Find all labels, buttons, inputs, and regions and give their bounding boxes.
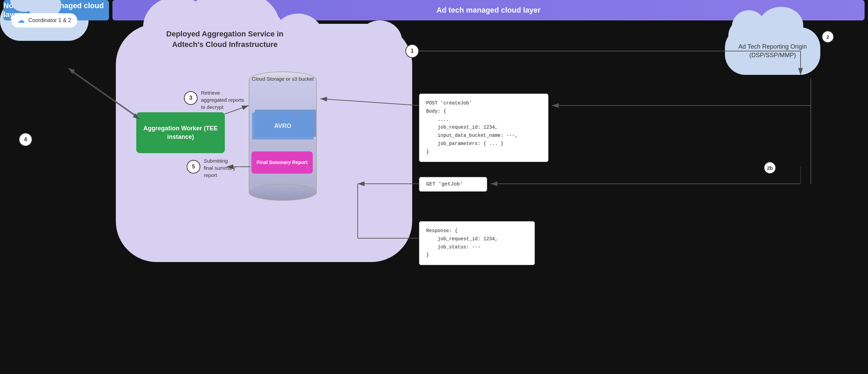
summary-label: Final Summary Report	[257, 159, 307, 165]
step-5-label: Submittingfinal summaryreport	[204, 157, 255, 179]
step-3-circle: 3	[184, 91, 198, 105]
cloud-icon: ☁	[17, 16, 25, 25]
step-3-label: Retrieveaggregated reportsto decrypt	[201, 89, 255, 111]
response-code-box: Response: { job_request_id: 1234, job_st…	[419, 221, 535, 265]
storage-label: Cloud Storage or s3 bucket	[249, 71, 317, 82]
coordinator-label: ☁ Coordinator 1 & 2	[11, 13, 77, 28]
worker-label: Aggregation Worker (TEE instance)	[136, 124, 225, 141]
step-2-circle: 2	[822, 31, 834, 43]
avro-box: AVRO	[252, 112, 313, 140]
aggregation-worker-box: Aggregation Worker (TEE instance)	[136, 112, 225, 153]
step-4-circle: 4	[19, 133, 32, 146]
summary-report-box: Final Summary Report	[251, 151, 313, 174]
step-1-circle: 1	[405, 44, 419, 58]
cylinder-bottom	[249, 184, 317, 201]
get-job-box: GET 'getJob'	[419, 177, 487, 192]
avro-label: AVRO	[274, 123, 292, 130]
adtech-label: Ad Tech Reporting Origin (DSP/SSP/MMP)	[725, 43, 820, 60]
step-5-circle: 5	[187, 160, 200, 174]
create-job-code-box: POST 'createJob' Body: { .... job_reques…	[419, 94, 548, 162]
main-cloud-title: Deployed Aggregation Service in Adtech's…	[157, 29, 293, 50]
step-2b-circle: 2b	[764, 162, 776, 174]
